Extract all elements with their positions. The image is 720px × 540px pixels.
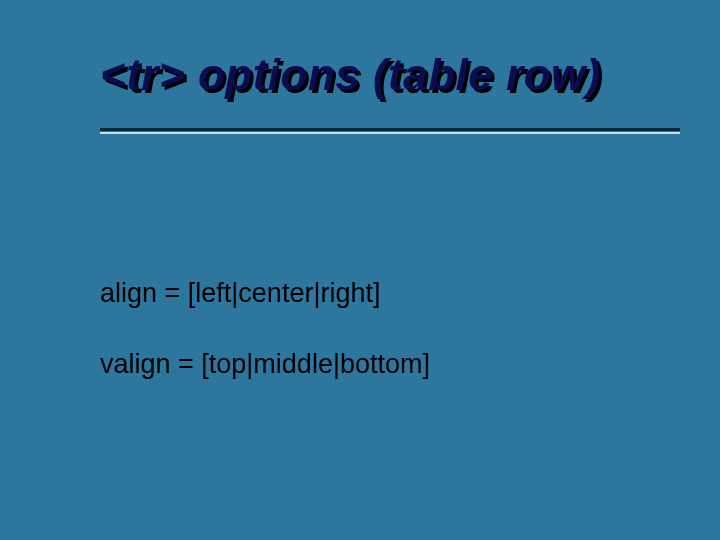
divider-line-dark [100, 128, 680, 131]
body-line-1: align = [left|center|right] [100, 278, 380, 309]
divider-line-light [100, 132, 680, 134]
title-divider [100, 128, 680, 134]
body-line-2: valign = [top|middle|bottom] [100, 349, 430, 380]
slide-title: <tr> options (table row) [100, 50, 601, 100]
